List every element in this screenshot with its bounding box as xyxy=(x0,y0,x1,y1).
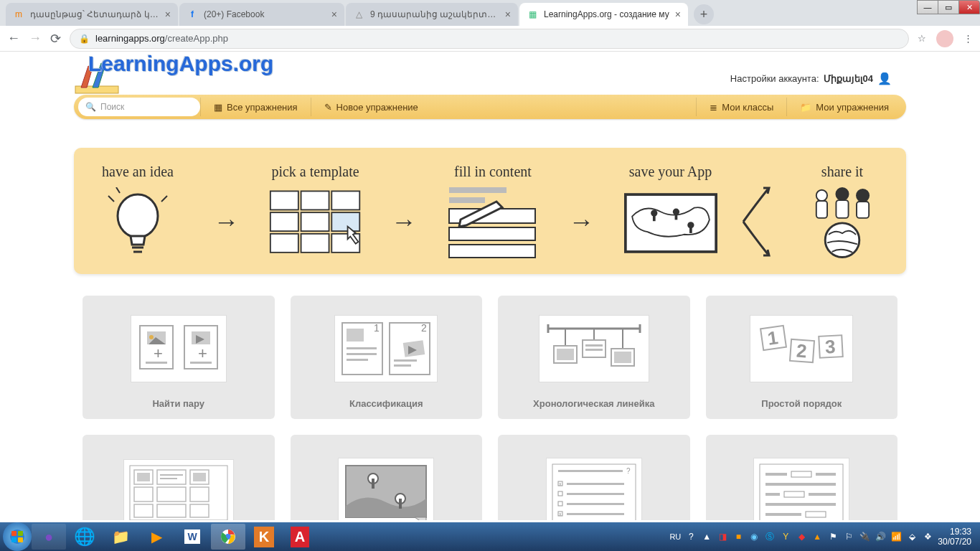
tray-icon[interactable]: ◨ xyxy=(717,531,728,542)
close-icon[interactable]: × xyxy=(505,9,511,20)
clock[interactable]: 19:33 30/07/20 xyxy=(938,527,971,547)
svg-rect-51 xyxy=(347,353,377,355)
svg-rect-89 xyxy=(193,473,206,481)
taskbar-word[interactable]: W xyxy=(175,524,209,550)
template-card[interactable] xyxy=(706,435,898,520)
taskbar-explorer[interactable]: 📁 xyxy=(103,524,138,550)
svg-rect-123 xyxy=(11,531,17,536)
quiz-list-icon: ? x x xyxy=(551,463,637,521)
svg-rect-112 xyxy=(765,473,787,476)
svg-rect-12 xyxy=(270,233,298,252)
template-card[interactable] xyxy=(83,435,275,520)
svg-text:x: x xyxy=(559,481,562,486)
template-card[interactable]: ? x x xyxy=(498,435,690,520)
close-icon[interactable]: × xyxy=(165,9,171,20)
power-icon[interactable]: 🔌 xyxy=(859,531,870,542)
template-timeline[interactable]: Хронологическая линейка xyxy=(498,296,690,419)
tray-icon[interactable]: ◉ xyxy=(748,531,760,542)
main-nav: 🔍 Поиск ▦ Все упражнения ✎ Новое упражне… xyxy=(74,95,906,119)
language-indicator[interactable]: RU xyxy=(669,532,681,541)
tray-icon[interactable]: ⬙ xyxy=(906,531,918,542)
browser-tab[interactable]: △ 9 դասարանից աշակերտների ա × xyxy=(346,3,518,26)
taskbar-chrome[interactable] xyxy=(211,524,245,550)
taskbar-app[interactable]: ● xyxy=(32,524,66,550)
taskbar-app[interactable]: K xyxy=(247,524,281,550)
nav-label: Мои классы xyxy=(722,102,773,113)
svg-rect-46 xyxy=(190,362,212,364)
taskbar-ie[interactable]: 🌐 xyxy=(67,524,102,550)
back-button[interactable]: ← xyxy=(7,31,20,46)
reload-button[interactable]: ⟳ xyxy=(50,31,61,47)
map-icon xyxy=(624,187,717,259)
grid-match-icon xyxy=(128,464,229,520)
svg-rect-115 xyxy=(765,483,836,486)
tray-icon[interactable]: ⚑ xyxy=(827,531,839,542)
svg-text:+: + xyxy=(198,344,207,362)
template-label: Найти пару xyxy=(152,398,204,409)
nav-my-classes[interactable]: ≣ Мои классы xyxy=(696,98,786,116)
favicon-icon: f xyxy=(187,9,198,20)
svg-rect-99 xyxy=(558,470,623,472)
template-find-pair[interactable]: + + Найти пару xyxy=(83,296,275,419)
step-label: share it xyxy=(796,164,889,180)
svg-rect-90 xyxy=(160,474,183,476)
forward-button[interactable]: → xyxy=(29,31,42,46)
nav-label: Мои упражнения xyxy=(816,102,889,113)
tray-icon[interactable]: ❖ xyxy=(922,531,933,542)
browser-tab-active[interactable]: ▦ LearningApps.org - создание му × xyxy=(519,3,688,26)
template-card[interactable] xyxy=(291,435,483,520)
browser-tab[interactable]: m դասընթաց՝ Հետադարձ կապը է × xyxy=(6,3,178,26)
timeline-icon xyxy=(544,320,644,377)
menu-icon[interactable]: ⋮ xyxy=(963,33,973,44)
template-grid-icon xyxy=(269,187,362,259)
svg-rect-24 xyxy=(652,213,655,221)
tab-title: 9 դասարանից աշակերտների ա xyxy=(370,9,499,19)
close-button[interactable]: ✕ xyxy=(958,0,980,14)
maximize-button[interactable]: ▭ xyxy=(938,0,959,14)
tray-icon[interactable]: Y xyxy=(780,531,791,542)
volume-icon[interactable]: 🔊 xyxy=(875,531,886,542)
svg-rect-80 xyxy=(157,470,186,484)
flag-icon[interactable]: ⚐ xyxy=(843,531,854,542)
tray-icon[interactable]: ◆ xyxy=(796,531,807,542)
taskbar-pdf[interactable]: A xyxy=(283,524,317,550)
step-save: save your App xyxy=(624,164,717,259)
tray-icon[interactable]: ▲ xyxy=(811,531,823,542)
svg-point-35 xyxy=(825,223,859,258)
url-input[interactable]: 🔒 learningapps.org/createApp.php xyxy=(70,29,909,49)
template-simple-order[interactable]: 1 2 3 Простой порядок xyxy=(706,296,898,419)
browser-chrome: — ▭ ✕ m դասընթաց՝ Հետադարձ կապը է × f (2… xyxy=(0,0,980,52)
browser-tab[interactable]: f (20+) Facebook × xyxy=(179,3,344,26)
time: 19:33 xyxy=(938,527,971,537)
help-icon[interactable]: ? xyxy=(685,531,697,542)
close-icon[interactable]: × xyxy=(675,9,681,20)
svg-text:3: 3 xyxy=(824,335,836,357)
tab-title: LearningApps.org - создание му xyxy=(544,9,669,19)
pencil-icon: ✎ xyxy=(324,102,332,113)
chevron-up-icon[interactable]: ▲ xyxy=(701,531,712,542)
skype-icon[interactable]: Ⓢ xyxy=(764,531,776,542)
profile-avatar[interactable] xyxy=(936,30,953,47)
star-icon[interactable]: ☆ xyxy=(918,33,926,44)
list-icon: ≣ xyxy=(710,102,717,113)
start-button[interactable] xyxy=(3,522,32,551)
share-icon xyxy=(796,187,889,259)
tray-icon[interactable]: ■ xyxy=(732,531,744,542)
step-content: fill in content xyxy=(446,164,540,259)
search-placeholder: Поиск xyxy=(100,102,124,112)
network-icon[interactable]: 📶 xyxy=(890,531,902,542)
nav-my-apps[interactable]: 📁 Мои упражнения xyxy=(786,98,902,116)
favicon-icon: ▦ xyxy=(527,9,538,20)
new-tab-button[interactable]: + xyxy=(694,4,714,24)
close-icon[interactable]: × xyxy=(331,9,337,20)
svg-rect-116 xyxy=(765,493,780,496)
svg-text:2: 2 xyxy=(796,339,808,362)
site-logo[interactable]: LearningApps.org xyxy=(88,52,273,76)
nav-all-apps[interactable]: ▦ Все упражнения xyxy=(200,98,311,116)
account-settings-link[interactable]: Настройки аккаунта: Միքայել04 👤 xyxy=(730,72,892,85)
minimize-button[interactable]: — xyxy=(917,0,938,14)
taskbar-media[interactable]: ▶ xyxy=(139,524,174,550)
nav-new-app[interactable]: ✎ Новое упражнение xyxy=(311,98,431,116)
template-classification[interactable]: 1 2 Классификация xyxy=(291,296,483,419)
svg-rect-34 xyxy=(857,202,869,218)
